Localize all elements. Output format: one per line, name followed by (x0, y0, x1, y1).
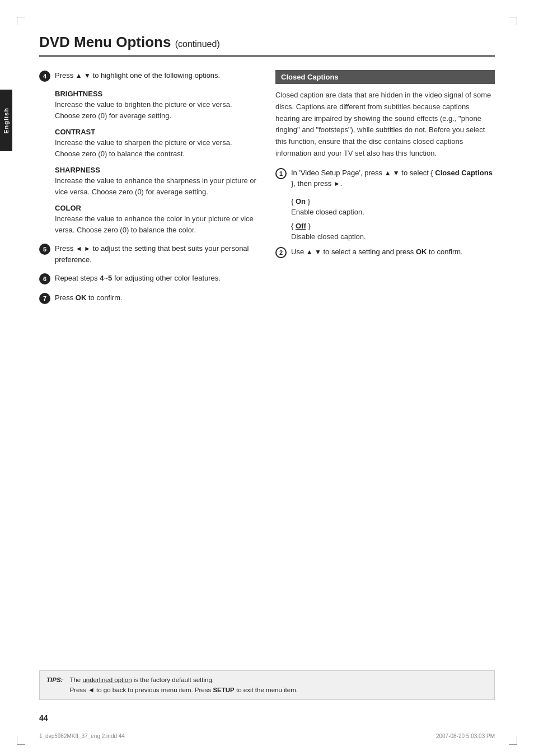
sharpness-desc: Increase the value to enhance the sharpn… (55, 175, 259, 197)
closed-captions-intro: Closed caption are data that are hidden … (275, 90, 495, 160)
sharpness-title: SHARPNESS (55, 166, 259, 174)
cc-option-off-label: { Off } (291, 222, 495, 230)
tips-line1: The underlined option is the factory def… (69, 675, 298, 685)
cc-option-on-desc: Enable closed caption. (291, 208, 495, 216)
right-column: Closed Captions Closed caption are data … (275, 70, 495, 312)
cc-step-1-content: In 'Video Setup Page', press ▲ ▼ to sele… (291, 167, 495, 189)
step-5-content: Press ◄ ► to adjust the setting that bes… (55, 243, 259, 265)
step-6-content: Repeat steps 4~5 for adjusting other col… (55, 273, 259, 284)
sharpness-section: SHARPNESS Increase the value to enhance … (55, 166, 259, 197)
cc-step-1-num: 1 (275, 168, 287, 179)
step-5-num: 5 (39, 244, 50, 255)
footer: 1_dvp5982MKII_37_eng 2.indd 44 2007-08-2… (39, 733, 495, 739)
brightness-desc: Increase the value to brighten the pictu… (55, 99, 259, 121)
step-6: 6 Repeat steps 4~5 for adjusting other c… (39, 273, 259, 284)
step-7-content: Press OK to confirm. (55, 292, 259, 304)
step-4-num: 4 (39, 71, 50, 82)
tips-label: TIPS: (46, 675, 63, 696)
color-desc: Increase the value to enhance the color … (55, 213, 259, 235)
step-7: 7 Press OK to confirm. (39, 292, 259, 304)
cc-step-2-content: Use ▲ ▼ to select a setting and press OK… (291, 246, 495, 258)
tips-box: TIPS: The underlined option is the facto… (39, 670, 495, 701)
page-number: 44 (39, 713, 48, 722)
cc-step-1: 1 In 'Video Setup Page', press ▲ ▼ to se… (275, 167, 495, 189)
main-content: 4 Press ▲ ▼ to highlight one of the foll… (39, 70, 495, 312)
step-7-num: 7 (39, 293, 50, 304)
closed-captions-header: Closed Captions (275, 70, 495, 84)
page-title: DVD Menu Options (continued) (39, 34, 495, 57)
footer-left: 1_dvp5982MKII_37_eng 2.indd 44 (39, 733, 125, 739)
color-section: COLOR Increase the value to enhance the … (55, 204, 259, 235)
color-title: COLOR (55, 204, 259, 212)
cc-option-on-label: { On } (291, 197, 495, 206)
tips-line2: Press ◄ to go back to previous menu item… (69, 685, 298, 695)
brightness-section: BRIGHTNESS Increase the value to brighte… (55, 90, 259, 121)
step-5: 5 Press ◄ ► to adjust the setting that b… (39, 243, 259, 265)
cc-option-off-desc: Disable closed caption. (291, 232, 495, 241)
tips-content: The underlined option is the factory def… (69, 675, 298, 696)
contrast-title: CONTRAST (55, 128, 259, 136)
left-column: 4 Press ▲ ▼ to highlight one of the foll… (39, 70, 259, 312)
contrast-section: CONTRAST Increase the value to sharpen t… (55, 128, 259, 159)
cc-step-2: 2 Use ▲ ▼ to select a setting and press … (275, 246, 495, 258)
step-4: 4 Press ▲ ▼ to highlight one of the foll… (39, 70, 259, 82)
footer-right: 2007-08-20 5:03:03 PM (436, 733, 495, 739)
step-4-content: Press ▲ ▼ to highlight one of the follow… (55, 70, 259, 81)
cc-options: { On } Enable closed caption. { Off } Di… (291, 197, 495, 241)
step-6-num: 6 (39, 273, 50, 284)
contrast-desc: Increase the value to sharpen the pictur… (55, 137, 259, 159)
brightness-title: BRIGHTNESS (55, 90, 259, 98)
cc-step-2-num: 2 (275, 247, 287, 258)
